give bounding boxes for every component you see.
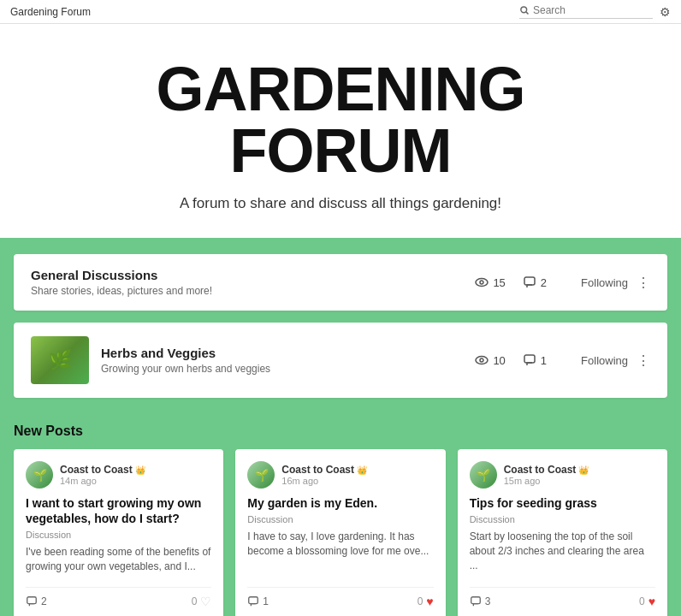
post-title: Tips for seeding grass: [470, 495, 655, 511]
avatar: 🌱: [247, 461, 275, 489]
post-card-3[interactable]: 🌱 Coast to Coast 👑 15m ago Tips for seed…: [458, 449, 667, 616]
post-likes: 0 ♥: [639, 595, 655, 608]
svg-rect-10: [471, 597, 480, 604]
post-time: 16m ago: [281, 476, 367, 486]
views-stat: 10: [475, 353, 505, 367]
post-excerpt: Start by loosening the top of the soil a…: [470, 530, 655, 578]
search-bar[interactable]: [519, 4, 653, 19]
thumb-placeholder: 🌿: [31, 336, 89, 384]
comment-icon: [523, 353, 536, 367]
svg-rect-7: [524, 355, 535, 363]
hero-section: GARDENING FORUM A forum to share and dis…: [0, 24, 681, 240]
post-author-name: Coast to Coast 👑: [281, 464, 367, 476]
post-comments: 1: [247, 595, 269, 607]
svg-line-1: [526, 12, 529, 15]
svg-rect-8: [27, 597, 37, 604]
category-description: Growing your own herbs and veggies: [101, 363, 270, 375]
more-options-icon[interactable]: ⋮: [637, 352, 650, 369]
following-button[interactable]: Following: [581, 276, 628, 289]
post-comments: 3: [470, 595, 491, 607]
avatar: 🌱: [470, 461, 497, 489]
svg-rect-4: [524, 277, 535, 285]
post-author-info: Coast to Coast 👑 15m ago: [504, 464, 589, 486]
search-icon: [519, 5, 530, 15]
category-info-general: General Discussions Share stories, ideas…: [31, 268, 212, 297]
post-author-row: 🌱 Coast to Coast 👑 16m ago: [247, 461, 433, 489]
category-left: General Discussions Share stories, ideas…: [31, 268, 475, 297]
main-content: General Discussions Share stories, ideas…: [0, 240, 681, 398]
category-card-general[interactable]: General Discussions Share stories, ideas…: [14, 254, 667, 311]
post-excerpt: I have to say, I love gardening. It has …: [247, 530, 433, 578]
category-card-herbs[interactable]: 🌿 Herbs and Veggies Growing your own her…: [14, 323, 667, 398]
nav-right: ⚙: [519, 4, 671, 19]
eye-icon: [475, 353, 489, 367]
post-title: My garden is my Eden.: [247, 495, 433, 511]
svg-point-2: [476, 279, 488, 287]
search-input[interactable]: [533, 4, 653, 16]
post-tag: Discussion: [26, 530, 211, 540]
category-title: General Discussions: [31, 268, 212, 282]
post-footer: 1 0 ♥: [247, 587, 433, 608]
post-tag: Discussion: [470, 514, 655, 524]
settings-icon[interactable]: ⚙: [660, 5, 671, 19]
post-tag: Discussion: [247, 514, 433, 524]
eye-icon: [475, 275, 489, 289]
post-footer: 2 0 ♡: [26, 587, 211, 608]
post-excerpt: I've been reading some of the benefits o…: [26, 545, 211, 578]
post-author-name: Coast to Coast 👑: [504, 464, 589, 476]
heart-icon[interactable]: ♥: [426, 595, 433, 608]
category-stats-general: 15 2: [475, 275, 547, 289]
post-title: I want to start growing my own vegetable…: [26, 495, 211, 526]
crown-icon: 👑: [135, 465, 145, 475]
posts-grid: 🌱 Coast to Coast 👑 14m ago I want to sta…: [14, 449, 667, 616]
category-actions-general: Following ⋮: [581, 275, 650, 291]
category-description: Share stories, ideas, pictures and more!: [31, 285, 212, 297]
post-card-2[interactable]: 🌱 Coast to Coast 👑 16m ago My garden is …: [235, 449, 445, 616]
comment-icon: [470, 595, 482, 607]
post-comments: 2: [26, 595, 47, 607]
app-title: Gardening Forum: [10, 6, 91, 18]
comment-icon: [247, 595, 259, 607]
post-likes: 0 ♡: [192, 595, 212, 608]
post-author-row: 🌱 Coast to Coast 👑 14m ago: [26, 461, 211, 489]
post-time: 14m ago: [60, 476, 145, 486]
post-likes: 0 ♥: [417, 595, 434, 608]
category-stats-herbs: 10 1: [475, 353, 547, 367]
comments-stat: 1: [523, 353, 547, 367]
new-posts-section: New Posts 🌱 Coast to Coast 👑 14m ago I w…: [0, 410, 681, 616]
following-button[interactable]: Following: [581, 354, 628, 367]
post-time: 15m ago: [504, 476, 589, 486]
comment-icon: [26, 595, 38, 607]
svg-point-5: [476, 357, 488, 364]
category-title: Herbs and Veggies: [101, 346, 270, 360]
svg-point-0: [521, 7, 527, 13]
post-author-name: Coast to Coast 👑: [60, 464, 145, 476]
svg-point-3: [480, 281, 483, 284]
post-author-info: Coast to Coast 👑 14m ago: [60, 464, 145, 486]
category-left-herbs: 🌿 Herbs and Veggies Growing your own her…: [31, 336, 475, 384]
hero-title: GARDENING FORUM: [17, 58, 664, 181]
new-posts-title: New Posts: [14, 424, 667, 439]
post-author-info: Coast to Coast 👑 16m ago: [281, 464, 367, 486]
comment-icon: [523, 275, 536, 289]
category-info-herbs: Herbs and Veggies Growing your own herbs…: [101, 346, 270, 375]
hero-subtitle: A forum to share and discuss all things …: [17, 195, 664, 212]
post-card-1[interactable]: 🌱 Coast to Coast 👑 14m ago I want to sta…: [14, 449, 223, 616]
crown-icon: 👑: [578, 465, 589, 475]
comments-stat: 2: [523, 275, 547, 289]
crown-icon: 👑: [357, 465, 367, 475]
avatar: 🌱: [26, 461, 53, 489]
top-navigation: Gardening Forum ⚙: [0, 0, 681, 24]
post-footer: 3 0 ♥: [470, 587, 655, 608]
post-author-row: 🌱 Coast to Coast 👑 15m ago: [470, 461, 655, 489]
more-options-icon[interactable]: ⋮: [637, 275, 650, 291]
category-thumbnail: 🌿: [31, 336, 89, 384]
svg-point-6: [480, 358, 483, 362]
heart-icon[interactable]: ♥: [648, 595, 655, 608]
views-stat: 15: [475, 275, 505, 289]
svg-rect-9: [249, 597, 258, 604]
category-actions-herbs: Following ⋮: [581, 352, 650, 369]
heart-icon[interactable]: ♡: [200, 595, 211, 608]
